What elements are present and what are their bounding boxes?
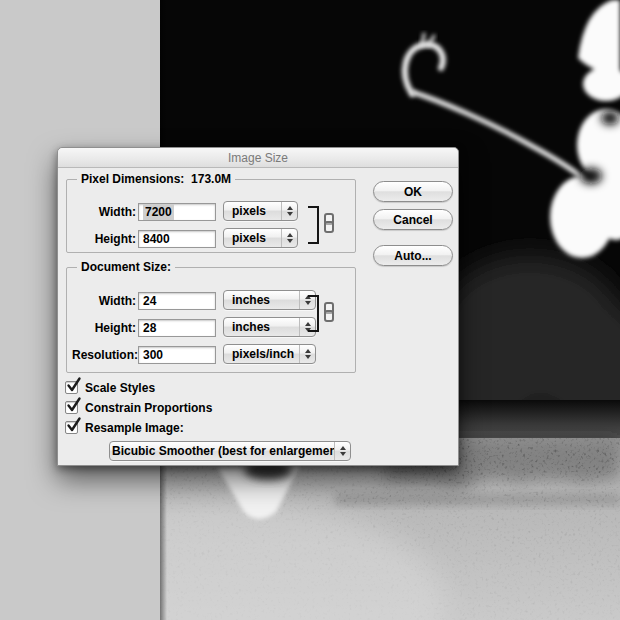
pixel-height-value: 8400 (143, 232, 170, 246)
stepper-arrows-icon (299, 345, 315, 363)
doc-resolution-label: Resolution: (72, 348, 136, 362)
pixel-width-value: 7200 (143, 204, 174, 220)
check-mark-icon (66, 377, 82, 394)
stepper-arrows-icon (281, 229, 297, 247)
chain-link-icon (324, 302, 334, 322)
doc-width-value: 24 (143, 294, 156, 308)
document-size-legend: Document Size: (77, 260, 175, 274)
doc-height-label: Height: (72, 321, 136, 335)
pixel-height-unit-select[interactable]: pixels (223, 228, 298, 248)
stepper-arrows-icon (281, 202, 297, 220)
check-mark-icon (66, 417, 82, 434)
doc-height-value: 28 (143, 321, 156, 335)
ok-button[interactable]: OK (373, 181, 453, 202)
pixel-dimensions-size-value: 173.0M (191, 172, 231, 186)
doc-resolution-field[interactable]: 300 (138, 346, 216, 364)
checkbox-box (65, 401, 78, 414)
auto-button[interactable]: Auto... (373, 245, 453, 266)
pixel-width-unit-select[interactable]: pixels (223, 201, 298, 221)
pixel-width-field[interactable]: 7200 (138, 203, 216, 221)
doc-height-field[interactable]: 28 (138, 319, 216, 337)
resample-image-checkbox[interactable]: Resample Image: (65, 420, 184, 435)
constrain-proportions-checkbox[interactable]: Constrain Proportions (65, 400, 212, 415)
dialog-body: Pixel Dimensions: 173.0M Width: 7200 pix… (58, 148, 458, 465)
stepper-arrows-icon (334, 442, 350, 460)
doc-resolution-value: 300 (143, 348, 163, 362)
pixel-width-label: Width: (72, 205, 136, 219)
checkbox-box (65, 421, 78, 434)
link-bracket (308, 206, 319, 244)
image-size-dialog: Image Size Pixel Dimensions: 173.0M Widt… (57, 147, 459, 466)
doc-width-unit-select[interactable]: inches (223, 290, 316, 310)
doc-width-field[interactable]: 24 (138, 292, 216, 310)
doc-width-label: Width: (72, 294, 136, 308)
pixel-height-label: Height: (72, 232, 136, 246)
resample-method-select[interactable]: Bicubic Smoother (best for enlargement) (109, 441, 351, 461)
chain-link-icon (324, 213, 334, 233)
scale-styles-checkbox[interactable]: Scale Styles (65, 380, 155, 395)
doc-height-unit-select[interactable]: inches (223, 317, 316, 337)
doc-resolution-unit-select[interactable]: pixels/inch (223, 344, 316, 364)
photoshop-workspace: Image Size Pixel Dimensions: 173.0M Widt… (0, 0, 620, 620)
check-mark-icon (66, 397, 82, 414)
cancel-button[interactable]: Cancel (373, 209, 453, 230)
pixel-dimensions-legend: Pixel Dimensions: 173.0M (77, 172, 235, 186)
link-bracket (308, 295, 319, 332)
checkbox-box (65, 381, 78, 394)
pixel-height-field[interactable]: 8400 (138, 230, 216, 248)
